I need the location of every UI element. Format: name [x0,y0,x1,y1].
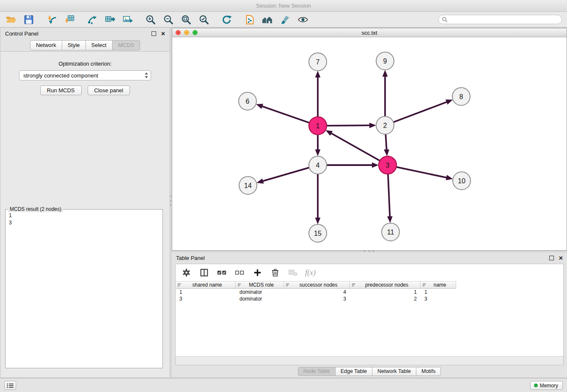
export-table-icon [105,14,116,25]
import-table-icon [64,14,75,25]
zoom-out-button[interactable] [162,14,174,25]
table-cell[interactable]: 3 [284,295,350,302]
run-mcds-button[interactable]: Run MCDS [40,86,82,95]
column-header-name[interactable]: name [421,281,456,289]
tab-style[interactable]: Style [62,40,86,50]
edge-2-3[interactable] [385,135,386,150]
search-icon [442,17,448,22]
close-panel-icon[interactable]: × [161,31,165,36]
column-header-shared-name[interactable]: shared name [176,281,236,289]
memory-button[interactable]: Memory [530,381,563,390]
float-table-panel-icon[interactable] [549,256,554,260]
view-group [244,14,309,25]
apply-style-button[interactable] [279,14,291,25]
vertical-splitter-handle[interactable] [170,196,171,206]
column-header-successor-nodes[interactable]: successor nodes [284,281,350,289]
delete-columns-button[interactable] [270,268,281,278]
network-graph[interactable]: 1234678910111415 [172,37,567,250]
import-table-button[interactable] [63,14,75,25]
edge-3-10[interactable] [397,167,447,178]
export-network-button[interactable] [86,14,98,25]
search-field-wrap [438,15,562,24]
list-icon [7,383,14,388]
horizontal-splitter-handle[interactable] [364,250,374,252]
tab-motifs[interactable]: Motifs [416,367,441,376]
edge-1-6[interactable] [262,106,309,123]
network-window-titlebar[interactable]: × – + scc.txt [172,28,567,37]
table-cell[interactable]: 1 [350,289,421,295]
apply-layout-button[interactable] [221,14,233,25]
export-image-button[interactable] [122,14,134,25]
criterion-dropdown[interactable]: strongly connected component [19,70,151,80]
close-panel-button[interactable]: Close panel [88,86,130,95]
delete-table-icon [288,268,298,277]
tab-mcds[interactable]: MCDS [113,40,140,50]
table-cell[interactable]: dominator [236,289,284,295]
table-header-row: shared nameMCDS rolesuccessor nodesprede… [176,281,563,289]
columns-icon [199,268,209,277]
memory-status-dot-icon [534,384,538,387]
task-history-button[interactable] [4,381,16,390]
import-network-button[interactable] [46,14,58,25]
table-row[interactable]: 1dominator411 [176,289,563,295]
network-view-window: × – + scc.txt 1234678910111415 [172,28,567,251]
edge-2-8[interactable] [394,102,447,122]
table-toolbar: f(x) [176,264,563,281]
zoom-out-icon [163,14,174,25]
table-cell[interactable]: 2 [350,295,421,302]
show-hide-button[interactable] [297,14,309,25]
select-all-columns-button[interactable] [216,268,227,278]
minimize-window-icon[interactable]: – [184,30,189,35]
table-cell[interactable]: dominator [236,295,284,302]
edge-3-11[interactable] [388,174,390,217]
close-table-panel-icon[interactable]: × [559,256,563,260]
tab-select[interactable]: Select [86,40,113,50]
export-network-icon [87,14,98,25]
table-cell[interactable]: 1 [176,289,236,295]
zoom-fit-icon [181,14,192,25]
table-cell[interactable]: 1 [421,289,456,295]
show-columns-button[interactable] [198,268,209,278]
zoom-in-button[interactable] [145,14,157,25]
tab-edge-table[interactable]: Edge Table [336,367,372,376]
column-header-predecessor-nodes[interactable]: predecessor nodes [350,281,421,289]
delete-table-button-disabled [287,268,298,278]
table-cell[interactable]: 4 [284,289,350,295]
column-header-mcds-role[interactable]: MCDS role [236,281,284,289]
maximize-window-icon[interactable]: + [193,30,198,35]
edge-1-2[interactable] [327,125,370,126]
search-input[interactable] [438,15,562,24]
tab-network[interactable]: Network [30,40,62,50]
column-sort-icon [237,282,242,287]
table-cell[interactable]: 3 [176,295,236,302]
zoom-selected-button[interactable] [198,14,210,25]
save-session-button[interactable] [23,14,35,25]
network-canvas[interactable]: 1234678910111415 [172,37,567,250]
gear-icon [182,268,191,277]
node-label-1: 1 [316,122,320,130]
table-cell[interactable]: 3 [421,295,456,302]
network-overview-button[interactable] [244,14,256,25]
first-neighbors-button[interactable] [261,14,273,25]
network-window-title: scc.txt [362,30,377,36]
export-table-button[interactable] [104,14,116,25]
table-tabs: Node TableEdge TableNetwork TableMotifs [172,367,567,376]
control-panel-header: Control Panel × [1,28,169,39]
node-label-4: 4 [316,162,320,169]
tab-network-table[interactable]: Network Table [372,367,416,376]
zoom-fit-button[interactable] [180,14,192,25]
plus-icon [253,268,262,277]
create-column-button[interactable] [252,268,263,278]
open-session-button[interactable] [5,14,17,25]
close-window-icon[interactable]: × [176,30,181,35]
unselect-all-columns-button[interactable] [234,268,245,278]
edge-3-1[interactable] [331,133,379,161]
criterion-dropdown-value: strongly connected component [23,72,98,79]
float-panel-icon[interactable] [151,31,156,36]
control-panel-title: Control Panel [5,30,39,37]
table-scrollbar-track[interactable] [176,356,563,365]
table-row[interactable]: 3dominator323 [176,295,563,302]
edge-4-14[interactable] [263,168,309,181]
tab-node-table[interactable]: Node Table [298,367,336,376]
table-settings-button[interactable] [181,268,192,278]
